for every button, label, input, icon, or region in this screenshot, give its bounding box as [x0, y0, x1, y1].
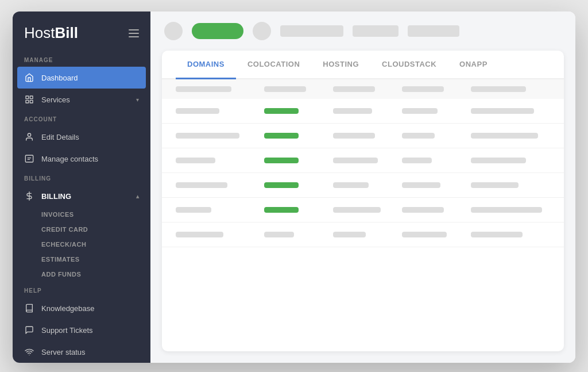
top-bar-rect2 [353, 25, 399, 37]
header-cell-1 [176, 86, 231, 92]
cell-bar [333, 133, 375, 139]
svg-rect-2 [30, 100, 33, 103]
support-tickets-label: Support Tickets [41, 326, 139, 335]
tab-colocation[interactable]: COLOCATION [236, 51, 311, 79]
table-header [162, 79, 564, 99]
cell-bar [402, 232, 447, 237]
cell-bar [471, 182, 519, 188]
cell-bar [471, 207, 543, 213]
sidebar-item-manage-contacts[interactable]: Manage contacts [13, 148, 150, 170]
knowledgebase-label: Knowledgebase [41, 304, 139, 313]
cell-bar [176, 158, 215, 163]
tab-cloudstack[interactable]: CLOUDSTACK [370, 51, 448, 79]
section-help-label: HELP [13, 282, 150, 297]
header-cell-3 [333, 86, 375, 92]
cell-bar [176, 133, 239, 139]
contact-icon [24, 154, 34, 164]
svg-rect-3 [26, 100, 29, 103]
svg-point-4 [28, 133, 30, 136]
sidebar-sub-echeck[interactable]: ECHECK/ACH [13, 237, 150, 252]
table-row[interactable] [162, 223, 564, 247]
tab-domains[interactable]: DOMAINS [176, 51, 236, 79]
menu-toggle[interactable] [129, 29, 139, 37]
sidebar-item-support-tickets[interactable]: Support Tickets [13, 319, 150, 341]
sidebar-logo: HostBill [13, 11, 150, 51]
tabs-bar: DOMAINS COLOCATION HOSTING CLOUDSTACK ON… [162, 51, 564, 79]
grid-icon [24, 94, 34, 105]
table-row[interactable] [162, 99, 564, 124]
table-row[interactable] [162, 124, 564, 148]
cell-bar-green [264, 108, 299, 114]
billing-chevron: ▴ [136, 193, 139, 200]
home-icon [24, 72, 34, 83]
tab-onapp[interactable]: ONAPP [448, 51, 499, 79]
cell-bar [176, 207, 211, 213]
cell-bar [471, 133, 539, 139]
header-cell-5 [471, 86, 527, 92]
cell-bar-green [264, 207, 299, 213]
top-bar-rect3 [408, 25, 459, 37]
sidebar-item-dashboard[interactable]: Dashboard [17, 67, 146, 89]
ticket-icon [24, 325, 34, 335]
top-bar-rect1 [280, 25, 343, 37]
svg-rect-0 [26, 96, 29, 99]
top-bar [150, 11, 575, 51]
table-row[interactable] [162, 198, 564, 223]
sidebar-item-billing[interactable]: BILLING ▴ [13, 185, 150, 207]
wifi-icon [24, 347, 34, 357]
cell-bar-green [264, 158, 299, 163]
cell-bar [333, 182, 369, 188]
cell-bar [471, 108, 535, 114]
sidebar-sub-credit-card[interactable]: CREDIT CARD [13, 222, 150, 237]
section-billing-label: BILLING [13, 170, 150, 185]
top-bar-circle2 [253, 22, 271, 40]
server-status-label: Server status [41, 348, 139, 356]
cell-bar [333, 108, 372, 114]
cell-bar [402, 108, 438, 114]
sidebar-sub-invoices[interactable]: INVOICES [13, 207, 150, 222]
cell-bar [402, 182, 440, 188]
section-account-label: ACCOUNT [13, 110, 150, 126]
cell-bar [333, 207, 381, 213]
section-manage-label: MANAGE [13, 51, 150, 67]
cell-bar [402, 207, 444, 213]
table-row[interactable] [162, 148, 564, 173]
sidebar-sub-add-funds[interactable]: ADD FUNDS [13, 267, 150, 282]
content-card: DOMAINS COLOCATION HOSTING CLOUDSTACK ON… [162, 51, 564, 351]
dashboard-label: Dashboard [41, 74, 139, 82]
services-label: Services [41, 95, 129, 104]
edit-details-label: Edit Details [41, 133, 139, 141]
cell-bar [471, 158, 527, 163]
cell-bar [176, 182, 227, 188]
table-row[interactable] [162, 173, 564, 198]
table-area [162, 79, 564, 351]
sidebar-sub-estimates[interactable]: ESTIMATES [13, 252, 150, 267]
header-cell-2 [264, 86, 306, 92]
svg-rect-5 [25, 155, 33, 162]
sidebar-item-edit-details[interactable]: Edit Details [13, 126, 150, 148]
svg-rect-1 [30, 96, 33, 99]
dollar-icon [24, 191, 34, 201]
sidebar-item-knowledgebase[interactable]: Knowledgebase [13, 297, 150, 319]
sidebar: HostBill MANAGE Dashboard Services ▾ ACC… [13, 11, 150, 363]
sidebar-item-server-status[interactable]: Server status [13, 341, 150, 363]
logo: HostBill [24, 24, 78, 42]
cell-bar [333, 232, 366, 237]
services-chevron: ▾ [136, 97, 139, 103]
cell-bar [176, 108, 219, 114]
sidebar-item-services[interactable]: Services ▾ [13, 89, 150, 110]
cell-bar-green [264, 133, 299, 139]
user-icon [24, 132, 34, 142]
tab-hosting[interactable]: HOSTING [311, 51, 370, 79]
cell-bar [176, 232, 223, 237]
cell-bar [402, 158, 432, 163]
cell-bar [471, 232, 523, 237]
cell-bar [264, 232, 294, 237]
main-content: DOMAINS COLOCATION HOSTING CLOUDSTACK ON… [150, 11, 575, 363]
cell-bar [333, 158, 378, 163]
book-icon [24, 303, 34, 313]
manage-contacts-label: Manage contacts [41, 155, 139, 163]
cell-bar [402, 133, 435, 139]
top-bar-circle [164, 22, 183, 40]
header-cell-4 [402, 86, 444, 92]
